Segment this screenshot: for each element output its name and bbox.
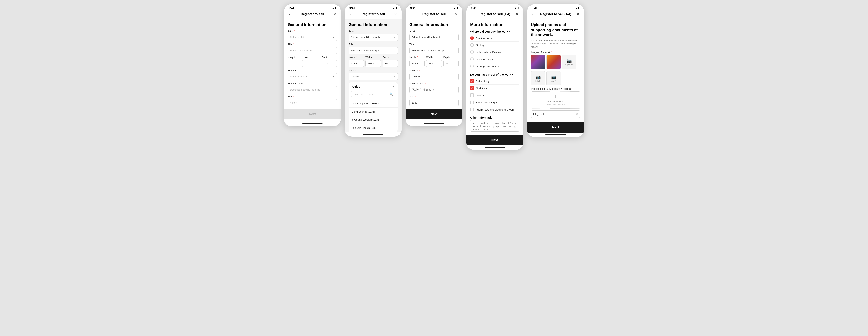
title-input-2[interactable] bbox=[348, 47, 398, 54]
year-input-3[interactable] bbox=[409, 99, 459, 106]
close-popup-icon[interactable]: ✕ bbox=[392, 85, 395, 88]
wifi-icon-4: ▲ bbox=[515, 7, 517, 9]
width-input-2[interactable] bbox=[366, 60, 381, 67]
radio-circle-3 bbox=[470, 58, 474, 61]
artist-list-item-0[interactable]: Lee Kang Tae (b.1936) bbox=[349, 99, 398, 107]
artist-search-input[interactable] bbox=[353, 93, 390, 96]
wifi-icon-5: ▲ bbox=[575, 7, 578, 9]
upload-subtitle: We recommend uploading photos of the art… bbox=[531, 39, 580, 48]
close-icon-3[interactable]: ✕ bbox=[454, 12, 459, 16]
time-4: 9:41 bbox=[471, 6, 477, 9]
purchase-option-4[interactable]: Other (Can't check) bbox=[470, 63, 520, 70]
artist-popup-header: Artist ✕ bbox=[349, 82, 398, 91]
height-input-1[interactable] bbox=[288, 60, 303, 67]
panel-1: 9:41 ▲ ▮ ← Register to sell ✕ General In… bbox=[284, 4, 341, 126]
close-icon-4[interactable]: ✕ bbox=[515, 12, 520, 16]
depth-input-3[interactable] bbox=[443, 60, 459, 67]
next-btn-4[interactable]: Next bbox=[466, 135, 523, 145]
material-detail-label-3: Material detail * bbox=[409, 82, 459, 85]
year-label-1: Year * bbox=[288, 95, 337, 98]
proof-option-0[interactable]: ✓ Authenticity bbox=[470, 77, 520, 85]
title-input-1[interactable] bbox=[288, 47, 337, 54]
artist-list-item-3[interactable]: Lee Min Hoo (b.1936) bbox=[349, 124, 398, 132]
depth-label-2: Depth bbox=[382, 56, 398, 59]
artist-label-2: Artist * bbox=[348, 30, 398, 33]
time-2: 9:41 bbox=[349, 6, 355, 9]
back-icon-2[interactable]: ← bbox=[348, 12, 353, 16]
content-3: General Information Artist * Title * Hei… bbox=[406, 19, 462, 122]
proof-option-3[interactable]: Email, Messanger bbox=[470, 99, 520, 106]
back-icon-5[interactable]: ← bbox=[531, 12, 536, 16]
section-title-4: More Information bbox=[470, 23, 520, 27]
close-icon-2[interactable]: ✕ bbox=[393, 12, 398, 16]
close-icon-5[interactable]: ✕ bbox=[576, 12, 580, 16]
width-label-2: Width * bbox=[366, 56, 381, 59]
height-input-3[interactable] bbox=[409, 60, 425, 67]
artist-list-item-2[interactable]: Ji Chang Wook (b.1936) bbox=[349, 115, 398, 124]
thumb-detail1[interactable]: 📷 Detail 1 bbox=[531, 71, 545, 86]
detail-grid: 📷 Detail 1 📷 Detail 2 ... bbox=[531, 71, 580, 86]
material-detail-input-3[interactable] bbox=[409, 86, 459, 93]
nav-title-2: Register to sell bbox=[353, 12, 393, 16]
remove-file-icon[interactable]: ✕ bbox=[576, 112, 578, 116]
material-select-3[interactable]: Painting ∨ bbox=[409, 73, 459, 80]
upload-box[interactable]: ⬆ Upload file here Files supported: Pdf bbox=[531, 91, 580, 109]
proof-option-4[interactable]: I don't have the proof of the work bbox=[470, 106, 520, 113]
next-btn-5[interactable]: Next bbox=[527, 122, 584, 133]
artist-input-3[interactable] bbox=[409, 34, 459, 41]
nav-title-4: Register to sell (1/4) bbox=[475, 12, 515, 16]
year-input-1[interactable] bbox=[288, 99, 337, 106]
back-icon-3[interactable]: ← bbox=[409, 12, 414, 16]
back-icon-1[interactable]: ← bbox=[288, 12, 292, 16]
content-4: More Information Where did you buy the w… bbox=[466, 19, 523, 145]
proof-option-1[interactable]: ✓ Certificate bbox=[470, 85, 520, 92]
artist-label-1: Artist * bbox=[288, 30, 337, 33]
chevron-material-2: ∨ bbox=[394, 75, 396, 78]
artist-select-2[interactable]: Adam Lucas Himebauch ∨ bbox=[348, 34, 398, 41]
material-label-2: Material * bbox=[348, 69, 398, 72]
status-bar-4: 9:41 ▲ ▮ bbox=[466, 4, 523, 11]
home-indicator-4 bbox=[466, 145, 523, 150]
width-label-1: Width * bbox=[305, 56, 320, 59]
battery-icon: ▮ bbox=[335, 7, 336, 9]
chevron-material-3: ∨ bbox=[455, 75, 457, 78]
search-icon: 🔍 bbox=[390, 92, 393, 96]
thumb-detail2[interactable]: 📷 Detail 2 ... bbox=[547, 71, 561, 86]
depth-input-1[interactable] bbox=[322, 60, 337, 67]
nav-bar-2: ← Register to sell ✕ bbox=[345, 11, 402, 19]
next-btn-3[interactable]: Next bbox=[406, 109, 462, 119]
panel-3: 9:41 ▲ ▮ ← Register to sell ✕ General In… bbox=[405, 4, 463, 126]
purchase-option-1[interactable]: Gallery bbox=[470, 42, 520, 49]
artist-select-1[interactable]: Select artist ∨ bbox=[288, 34, 337, 41]
chevron-artist-2: ∨ bbox=[394, 36, 396, 39]
height-input-2[interactable] bbox=[348, 60, 364, 67]
title-input-3[interactable] bbox=[409, 47, 459, 54]
thumb-art2[interactable] bbox=[547, 55, 561, 69]
checkbox-4 bbox=[470, 108, 474, 111]
upload-icon: ⬆ bbox=[554, 94, 557, 99]
width-input-3[interactable] bbox=[426, 60, 441, 67]
back-icon-4[interactable]: ← bbox=[470, 12, 475, 16]
proof-option-2[interactable]: Invoice bbox=[470, 92, 520, 99]
thumb-signature[interactable]: 📷 Signature bbox=[562, 55, 576, 69]
other-info-title: Other Information bbox=[470, 116, 520, 119]
time-3: 9:41 bbox=[410, 6, 416, 9]
purchase-option-3[interactable]: Inherited or gifted bbox=[470, 56, 520, 63]
close-icon-1[interactable]: ✕ bbox=[332, 12, 337, 16]
purchase-option-2[interactable]: Individuals or Dealers bbox=[470, 49, 520, 56]
material-detail-input-1[interactable] bbox=[288, 86, 337, 93]
material-select-2[interactable]: Painting ∨ bbox=[348, 73, 398, 80]
next-btn-1[interactable]: Next bbox=[284, 109, 341, 119]
width-input-1[interactable] bbox=[305, 60, 320, 67]
other-info-textarea[interactable] bbox=[470, 120, 520, 132]
radio-circle-0 bbox=[470, 36, 474, 40]
thumb-art1[interactable] bbox=[531, 55, 545, 69]
status-bar-1: 9:41 ▲ ▮ bbox=[284, 4, 341, 11]
proof-question: Do you have proof of the work? bbox=[470, 73, 520, 76]
purchase-option-0[interactable]: Auction House bbox=[470, 34, 520, 42]
depth-input-2[interactable] bbox=[382, 60, 398, 67]
nav-bar-3: ← Register to sell ✕ bbox=[406, 11, 462, 19]
artist-list-item-1[interactable]: Dong chun (b.1936) bbox=[349, 107, 398, 115]
artist-popup: Artist ✕ 🔍 Lee Kang Tae (b.1936) Dong ch… bbox=[348, 82, 398, 132]
material-select-1[interactable]: Select material ∨ bbox=[288, 73, 337, 80]
